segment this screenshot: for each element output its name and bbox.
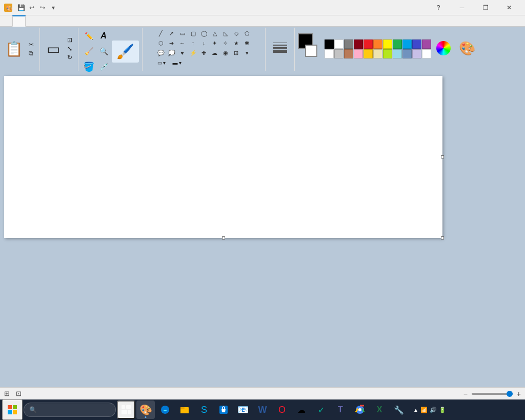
shape-extra1[interactable]: ◉ <box>220 48 231 57</box>
tab-file[interactable] <box>0 15 12 27</box>
customize-quick-btn[interactable]: ▾ <box>49 3 58 12</box>
shape-right-arrow[interactable]: ➔ <box>167 38 177 48</box>
taskbar-viva-app[interactable]: ✓ <box>312 401 330 419</box>
taskbar-outlook-app[interactable]: 📧 <box>234 401 252 419</box>
shape-lightning[interactable]: ⚡ <box>188 48 198 57</box>
help-button[interactable]: ? <box>427 0 450 15</box>
taglia-button[interactable]: ✂ <box>27 41 36 49</box>
color-brown[interactable] <box>344 49 353 58</box>
shape-star4[interactable]: ✧ <box>220 38 231 48</box>
modifica-colori-button[interactable] <box>433 40 454 57</box>
ritaglia-button[interactable]: ⊡ <box>66 36 75 44</box>
shape-extra2[interactable]: ⊞ <box>231 48 241 57</box>
color-orange[interactable] <box>373 39 382 49</box>
resize-handle-corner[interactable] <box>441 236 444 239</box>
zoom-out-btn[interactable]: − <box>463 390 468 398</box>
color-gold[interactable] <box>364 49 373 58</box>
copia-button[interactable]: ⧉ <box>27 49 36 57</box>
zoom-slider[interactable] <box>472 393 513 395</box>
tab-view[interactable] <box>26 15 38 27</box>
shape-heart[interactable]: ♥ <box>177 48 188 57</box>
shape-arrow-diagonal[interactable]: ↗ <box>167 29 177 38</box>
color-steel[interactable] <box>402 49 412 58</box>
taskbar-paint-app[interactable]: 🎨 <box>136 401 155 419</box>
shape-cross[interactable]: ✚ <box>199 48 209 57</box>
ruota-button[interactable]: ↻ <box>66 53 75 62</box>
incolla-button[interactable]: 📋 <box>3 39 25 58</box>
shapes-more-btn[interactable]: ▾ <box>242 48 252 57</box>
taskbar-teams-app[interactable]: T <box>331 401 350 419</box>
task-view-button[interactable] <box>117 401 135 419</box>
color-cyan[interactable] <box>402 39 412 49</box>
taskbar-chrome-app[interactable] <box>351 401 369 419</box>
color-purple[interactable] <box>422 39 431 49</box>
taskbar-word-app[interactable]: W <box>253 401 272 419</box>
shape-right-triangle[interactable]: ◺ <box>220 29 231 38</box>
save-quick-btn[interactable]: 💾 <box>16 3 26 12</box>
shape-rect[interactable]: ▭ <box>177 29 188 38</box>
pencil-tool[interactable]: ✏️ <box>82 29 96 43</box>
up-arrow-icon[interactable]: ▲ <box>413 407 418 413</box>
text-tool[interactable]: A <box>96 29 111 43</box>
maximize-button[interactable]: ❐ <box>474 0 497 15</box>
color-lavender[interactable] <box>412 49 421 58</box>
taskbar-edge-app[interactable] <box>156 401 174 419</box>
tab-home[interactable] <box>12 15 26 27</box>
color-yellow[interactable] <box>383 39 392 49</box>
colore2-button[interactable] <box>305 45 317 57</box>
taskbar-skype-app[interactable]: S <box>195 401 213 419</box>
network-icon[interactable]: 📶 <box>420 407 428 413</box>
pipette-tool[interactable]: 💉 <box>96 59 111 74</box>
paint-canvas[interactable] <box>4 76 442 238</box>
taskbar-app14[interactable]: 🔧 <box>390 401 408 419</box>
taskbar-store-app[interactable] <box>214 401 233 419</box>
zoom-thumb[interactable] <box>507 391 513 397</box>
dimensioni-button[interactable] <box>269 42 291 56</box>
taskbar-opera-app[interactable]: O <box>273 401 291 419</box>
shape-left-arrow[interactable]: ← <box>177 38 188 48</box>
color-blue[interactable] <box>412 39 421 49</box>
taskbar-onedrive-app[interactable]: ☁ <box>292 401 311 419</box>
shape-callout2[interactable]: 💭 <box>167 48 177 57</box>
speaker-icon[interactable]: 🔊 <box>430 407 437 413</box>
redo-quick-btn[interactable]: ↪ <box>38 3 47 12</box>
color-red-dark[interactable] <box>354 39 363 49</box>
close-button[interactable]: ✕ <box>497 0 521 15</box>
shape-hexagon[interactable]: ⬡ <box>156 38 166 48</box>
color-extra[interactable] <box>422 49 431 58</box>
color-pink[interactable] <box>354 49 363 58</box>
resize-handle-right[interactable] <box>441 155 444 158</box>
modifica-paint3d-button[interactable]: 🎨 <box>456 39 478 58</box>
color-black[interactable] <box>325 39 334 49</box>
shape-4arrow[interactable]: ✦ <box>210 38 220 48</box>
color-beige[interactable] <box>373 49 382 58</box>
fill-tool[interactable]: 🪣 <box>82 59 96 74</box>
shape-star6[interactable]: ✱ <box>242 38 252 48</box>
battery-icon[interactable]: 🔋 <box>439 407 446 413</box>
shape-triangle[interactable]: △ <box>210 29 220 38</box>
shape-cloud[interactable]: ☁ <box>210 48 220 57</box>
contorno-button[interactable]: ▭ ▾ <box>156 59 167 66</box>
shape-rounded-rect[interactable]: ▢ <box>188 29 198 38</box>
shape-down-arrow[interactable]: ↓ <box>199 38 209 48</box>
color-lime[interactable] <box>383 49 392 58</box>
undo-quick-btn[interactable]: ↩ <box>27 3 36 12</box>
color-gray-light[interactable] <box>334 49 344 58</box>
color-sky[interactable] <box>393 49 402 58</box>
shape-ellipse[interactable]: ◯ <box>199 29 209 38</box>
seleziona-button[interactable]: ▭ <box>43 39 64 58</box>
magnifier-tool[interactable]: 🔍 <box>96 44 111 58</box>
shape-pentagon[interactable]: ⬠ <box>242 29 252 38</box>
shape-callout1[interactable]: 💬 <box>156 48 166 57</box>
start-button[interactable] <box>2 399 23 420</box>
color-white[interactable] <box>334 39 344 49</box>
ridimensiona-button[interactable]: ⤡ <box>66 45 75 53</box>
shape-diamond[interactable]: ◇ <box>231 29 241 38</box>
show-desktop-button[interactable] <box>460 399 463 420</box>
color-gray-dark[interactable] <box>344 39 353 49</box>
taskbar-excel-app[interactable]: X <box>370 401 389 419</box>
color-white2[interactable] <box>325 49 334 58</box>
shape-star5[interactable]: ★ <box>231 38 241 48</box>
pennelli-button[interactable]: 🖌️ <box>112 41 139 63</box>
reimposta-button[interactable]: ▬ ▾ <box>171 59 183 66</box>
